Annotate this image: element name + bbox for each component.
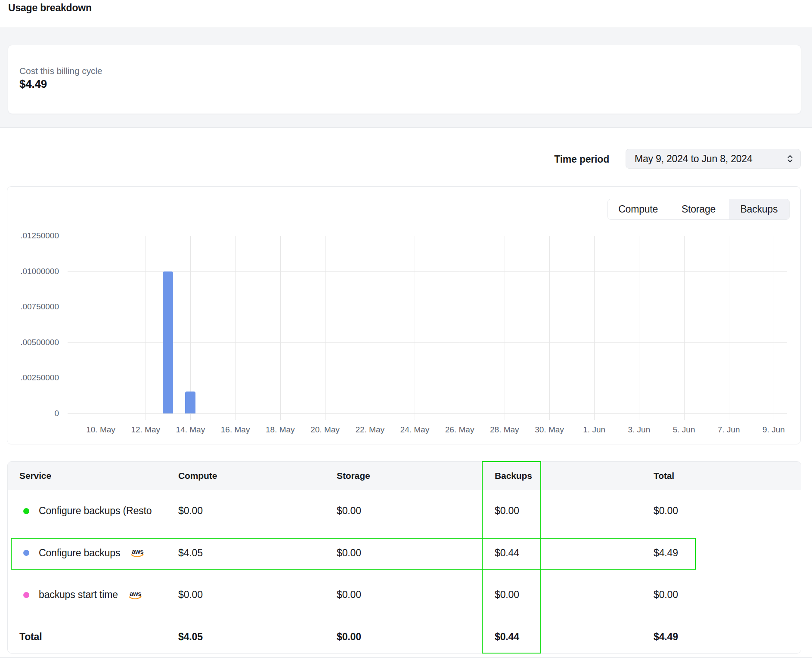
x-axis-tick-label: 22. May — [347, 425, 393, 435]
backups-cell: $0.00 — [495, 589, 654, 601]
total-cell: $0.00 — [654, 505, 801, 517]
table-header-backups: Backups — [495, 471, 654, 481]
table-row: backups start time aws $0.00$0.00$0.00$0… — [8, 574, 801, 616]
service-name: Configure backups (Resto — [39, 505, 152, 517]
table-row: Configure backups aws $4.05$0.00$0.44$4.… — [8, 532, 801, 574]
x-gridline — [639, 236, 639, 420]
usage-chart-card: ComputeStorageBackups .01250000.01000000… — [7, 186, 801, 444]
total-cell: $0.00 — [654, 589, 801, 601]
x-gridline — [236, 236, 236, 420]
aws-logo-text: aws — [132, 549, 143, 555]
total-backups-cell: $0.44 — [495, 631, 654, 643]
y-gridline — [68, 271, 787, 272]
chart-bar — [163, 271, 173, 413]
x-axis-tick-label: 30. May — [526, 425, 573, 435]
aws-logo-icon: aws — [130, 549, 145, 558]
table-header-row: Service Compute Storage Backups Total — [8, 462, 801, 490]
table-header-compute: Compute — [178, 471, 337, 481]
aws-logo-text: aws — [130, 591, 141, 597]
x-axis-tick-label: 20. May — [302, 425, 348, 435]
table-body: Configure backups (Resto$0.00$0.00$0.00$… — [8, 490, 801, 654]
legend-dot-icon — [23, 550, 29, 556]
y-axis-tick-label: .01250000 — [7, 230, 59, 242]
y-gridline — [68, 413, 787, 414]
table-total-row: Total$4.05$0.00$0.44$4.49 — [8, 616, 801, 654]
service-cell: Configure backups (Resto — [8, 505, 178, 517]
storage-cell: $0.00 — [337, 547, 495, 559]
total-label: Total — [19, 631, 42, 643]
cost-card-label: Cost this billing cycle — [19, 65, 790, 77]
x-gridline — [280, 236, 281, 420]
storage-cell: $0.00 — [337, 505, 495, 517]
service-name: Configure backups — [39, 547, 120, 559]
table-header-storage: Storage — [337, 471, 495, 481]
x-axis-tick-label: 9. Jun — [750, 425, 797, 435]
y-gridline — [68, 342, 787, 343]
total-compute-cell: $4.05 — [178, 631, 337, 643]
storage-cell: $0.00 — [337, 589, 495, 601]
x-gridline — [594, 236, 595, 420]
time-period-select[interactable]: May 9, 2024 to Jun 8, 2024 — [626, 149, 801, 169]
x-axis-tick-label: 5. Jun — [661, 425, 707, 435]
y-gridline — [68, 378, 787, 378]
y-axis-tick-label: 0 — [7, 407, 59, 419]
x-gridline — [146, 236, 146, 420]
service-name: backups start time — [39, 589, 118, 601]
x-gridline — [729, 236, 729, 420]
y-gridline — [68, 236, 787, 236]
service-cell: backups start time aws — [8, 589, 178, 601]
aws-logo-icon: aws — [128, 591, 143, 600]
x-gridline — [684, 236, 685, 420]
total-total-cell: $4.49 — [654, 631, 801, 643]
backups-cell: $0.00 — [495, 505, 654, 517]
x-axis-tick-label: 24. May — [391, 425, 438, 435]
x-axis-tick-label: 18. May — [257, 425, 304, 435]
x-axis-tick-label: 26. May — [437, 425, 483, 435]
usage-breakdown-table: Service Compute Storage Backups Total Co… — [7, 461, 801, 654]
bottom-divider — [0, 657, 812, 658]
x-gridline — [774, 236, 774, 420]
cost-card-value: $4.49 — [19, 77, 790, 91]
time-period-label: Time period — [554, 154, 609, 165]
legend-dot-icon — [23, 508, 29, 514]
y-gridline — [68, 307, 787, 307]
x-gridline — [460, 236, 460, 420]
x-axis-tick-label: 7. Jun — [706, 425, 752, 435]
y-axis-tick-label: .00750000 — [7, 301, 59, 313]
page-title: Usage breakdown — [8, 2, 92, 14]
compute-cell: $0.00 — [178, 589, 337, 601]
backups-cell: $0.44 — [495, 547, 654, 559]
compute-cell: $4.05 — [178, 547, 337, 559]
usage-breakdown-page: Usage breakdown Cost this billing cycle … — [0, 0, 812, 666]
compute-cell: $0.00 — [178, 505, 337, 517]
table-header-total: Total — [654, 471, 801, 481]
chart-bar — [185, 392, 195, 413]
chart-plot: .01250000.01000000.00750000.00500000.002… — [7, 187, 801, 445]
cost-card: Cost this billing cycle $4.49 — [8, 45, 801, 114]
x-gridline — [370, 236, 370, 420]
summary-band: Cost this billing cycle $4.49 — [0, 28, 812, 128]
y-axis-tick-label: .00500000 — [7, 336, 59, 348]
total-label-cell: Total — [8, 631, 178, 643]
x-gridline — [325, 236, 325, 420]
x-axis-tick-label: 10. May — [77, 425, 124, 435]
x-gridline — [549, 236, 550, 420]
y-axis-tick-label: .01000000 — [7, 265, 59, 278]
x-axis-tick-label: 14. May — [167, 425, 214, 435]
table-row: Configure backups (Resto$0.00$0.00$0.00$… — [8, 490, 801, 532]
x-axis-tick-label: 12. May — [122, 425, 169, 435]
unfold-chevrons-icon — [787, 154, 793, 164]
x-axis-tick-label: 1. Jun — [571, 425, 617, 435]
table-header-service: Service — [8, 471, 178, 481]
x-axis-tick-label: 28. May — [481, 425, 528, 435]
service-cell: Configure backups aws — [8, 547, 178, 559]
time-period-value: May 9, 2024 to Jun 8, 2024 — [635, 153, 787, 165]
total-cell: $4.49 — [654, 547, 801, 559]
total-storage-cell: $0.00 — [337, 631, 495, 643]
x-gridline — [101, 236, 101, 420]
x-axis-tick-label: 3. Jun — [616, 425, 662, 435]
x-axis-tick-label: 16. May — [212, 425, 259, 435]
legend-dot-icon — [23, 592, 29, 598]
y-axis-tick-label: .00250000 — [7, 372, 59, 384]
x-gridline — [505, 236, 505, 420]
